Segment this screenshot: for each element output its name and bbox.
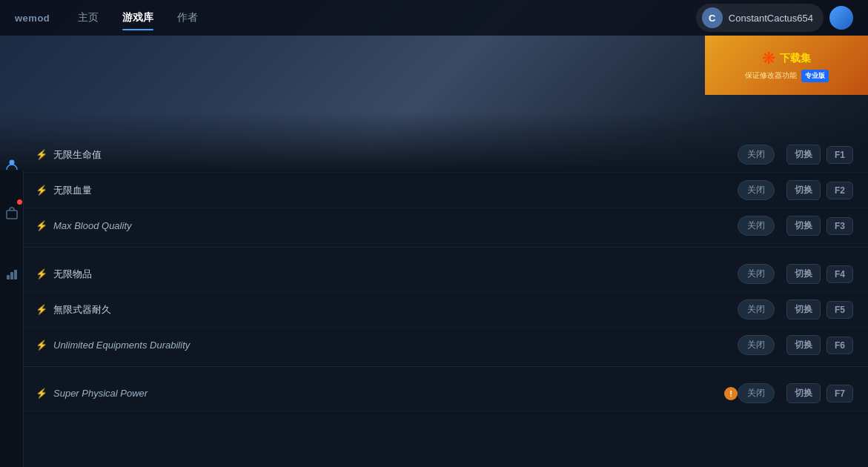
sidebar-icon-stats[interactable] <box>0 256 24 293</box>
cheat-row-5: ⚡ Unlimited Equipments Durability 关闭 切换 … <box>24 328 868 363</box>
promo-content: ❋ 下载集 保证修改器功能 专业版 <box>739 43 835 88</box>
cheat-toggle-1[interactable]: 关闭 <box>738 180 775 200</box>
bolt-icon-2: ⚡ <box>36 220 47 231</box>
cheat-name-4: 無限式器耐久 <box>53 303 738 317</box>
bolt-icon-3: ⚡ <box>36 268 47 279</box>
promo-logo-icon: ❋ <box>762 49 775 68</box>
cheat-name-0: 无限生命值 <box>53 148 738 162</box>
cheat-left-3: ⚡ 无限物品 <box>36 268 738 281</box>
cheat-key-6[interactable]: F7 <box>826 385 853 403</box>
cheat-row-2: ⚡ Max Blood Quality 关闭 切换 F3 <box>24 208 868 244</box>
cheat-key-1[interactable]: F2 <box>826 182 853 199</box>
promo-subtitle: 保证修改器功能 <box>745 70 797 81</box>
cheat-toggle-2[interactable]: 关闭 <box>738 216 775 236</box>
cheat-key-2[interactable]: F3 <box>826 217 853 235</box>
bolt-icon-5: ⚡ <box>36 340 47 351</box>
cheat-key-5[interactable]: F6 <box>826 337 853 354</box>
svg-rect-5 <box>10 272 13 279</box>
nav-home[interactable]: 主页 <box>67 7 109 29</box>
main-layout: ⚡ 无限生命值 关闭 切换 F1 ⚡ 无限血量 关闭 切换 F2 <box>0 131 868 467</box>
nav-author[interactable]: 作者 <box>167 7 208 29</box>
cheat-switch-label-6: 切换 <box>786 383 821 403</box>
promo-badge: 专业版 <box>801 70 829 82</box>
cheat-right-4: 关闭 切换 F5 <box>738 299 853 319</box>
inventory-badge <box>17 199 22 205</box>
cheat-right-3: 关闭 切换 F4 <box>738 264 853 284</box>
bolt-icon-1: ⚡ <box>36 185 47 196</box>
svg-rect-3 <box>7 211 17 219</box>
cheat-toggle-5[interactable]: 关闭 <box>738 335 775 355</box>
cheat-name-2: Max Blood Quality <box>53 220 738 231</box>
cheat-toggle-0[interactable]: 关闭 <box>738 145 775 165</box>
top-nav: 主页 游戏库 作者 <box>67 7 696 29</box>
cheat-left-6: ⚡ Super Physical Power ! <box>36 387 738 400</box>
sidebar-icon-inventory[interactable] <box>0 195 24 232</box>
cheat-switch-label-2: 切换 <box>786 216 821 236</box>
cheat-right-1: 关闭 切换 F2 <box>738 180 853 200</box>
cheat-toggle-6[interactable]: 关闭 <box>738 383 775 403</box>
cheat-switch-label-5: 切换 <box>786 335 821 355</box>
sidebar-icon-player[interactable] <box>0 146 24 183</box>
sidebar-icons <box>0 131 24 467</box>
cheat-left-2: ⚡ Max Blood Quality <box>36 220 738 231</box>
cheat-row-1: ⚡ 无限血量 关闭 切换 F2 <box>24 173 868 208</box>
cheat-right-2: 关闭 切换 F3 <box>738 216 853 236</box>
cheat-row-6: ⚡ Super Physical Power ! 关闭 切换 F7 <box>24 376 868 411</box>
warning-icon-6: ! <box>724 387 738 400</box>
bolt-icon-6: ⚡ <box>36 388 47 399</box>
cheat-left-1: ⚡ 无限血量 <box>36 184 738 197</box>
cheat-name-1: 无限血量 <box>53 184 738 197</box>
svg-rect-6 <box>14 270 17 279</box>
cheat-name-5: Unlimited Equipments Durability <box>53 340 738 351</box>
nav-library[interactable]: 游戏库 <box>112 7 164 29</box>
cheat-switch-label-4: 切换 <box>786 299 821 319</box>
cheat-left-4: ⚡ 無限式器耐久 <box>36 303 738 317</box>
bolt-icon-0: ⚡ <box>36 149 47 160</box>
cheat-toggle-4[interactable]: 关闭 <box>738 299 775 319</box>
cheat-group-stats: ⚡ Super Physical Power ! 关闭 切换 F7 <box>24 370 868 411</box>
avatar: C <box>702 7 723 28</box>
cheat-toggle-3[interactable]: 关闭 <box>738 264 775 284</box>
svg-rect-4 <box>7 275 10 279</box>
app-logo: wemod <box>15 13 50 24</box>
cheat-row-3: ⚡ 无限物品 关闭 切换 F4 <box>24 256 868 292</box>
cheat-switch-label-1: 切换 <box>786 180 821 200</box>
cheat-right-5: 关闭 切换 F6 <box>738 335 853 355</box>
cheat-group-player: ⚡ 无限生命值 关闭 切换 F1 ⚡ 无限血量 关闭 切换 F2 <box>24 131 868 244</box>
cheat-key-3[interactable]: F4 <box>826 265 853 283</box>
user-profile[interactable]: C ConstantCactus654 <box>696 4 824 32</box>
cheat-right-6: 关闭 切换 F7 <box>738 383 853 403</box>
cheat-left-0: ⚡ 无限生命值 <box>36 148 738 162</box>
cheat-right-0: 关闭 切换 F1 <box>738 145 853 165</box>
cheat-switch-label-0: 切换 <box>786 145 821 165</box>
cheat-left-5: ⚡ Unlimited Equipments Durability <box>36 340 738 351</box>
cheat-key-4[interactable]: F5 <box>826 301 853 319</box>
pro-button[interactable] <box>829 6 853 30</box>
cheat-switch-label-3: 切换 <box>786 264 821 284</box>
cheats-panel: ⚡ 无限生命值 关闭 切换 F1 ⚡ 无限血量 关闭 切换 F2 <box>24 131 868 467</box>
cheat-row-0: ⚡ 无限生命值 关闭 切换 F1 <box>24 137 868 173</box>
topbar: wemod 主页 游戏库 作者 C ConstantCactus654 <box>0 0 868 36</box>
cheat-name-3: 无限物品 <box>53 268 738 281</box>
bolt-icon-4: ⚡ <box>36 304 47 315</box>
cheat-group-inventory: ⚡ 无限物品 关闭 切换 F4 ⚡ 無限式器耐久 关闭 切换 F5 <box>24 251 868 363</box>
promo-banner[interactable]: ❋ 下载集 保证修改器功能 专业版 <box>705 36 868 95</box>
cheat-row-4: ⚡ 無限式器耐久 关闭 切换 F5 <box>24 292 868 328</box>
username: ConstantCactus654 <box>729 13 813 24</box>
cheat-name-6: Super Physical Power <box>53 388 720 399</box>
cheat-key-0[interactable]: F1 <box>826 146 853 164</box>
group-divider-1 <box>24 247 868 248</box>
promo-title: 下载集 <box>780 52 811 65</box>
group-divider-2 <box>24 366 868 367</box>
